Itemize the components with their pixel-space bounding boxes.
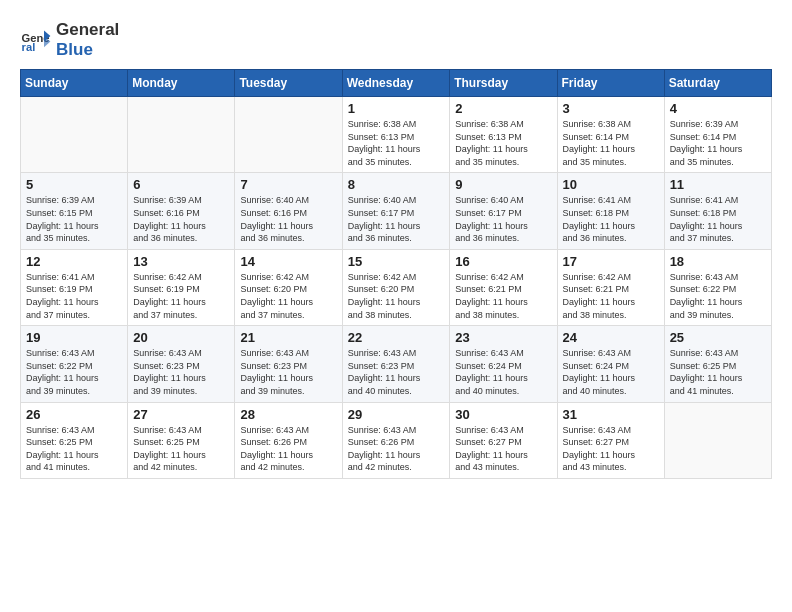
calendar-cell: 4Sunrise: 6:39 AM Sunset: 6:14 PM Daylig… xyxy=(664,97,771,173)
day-info: Sunrise: 6:43 AM Sunset: 6:24 PM Dayligh… xyxy=(455,347,551,397)
day-number: 20 xyxy=(133,330,229,345)
calendar-cell: 10Sunrise: 6:41 AM Sunset: 6:18 PM Dayli… xyxy=(557,173,664,249)
svg-text:ral: ral xyxy=(22,41,36,53)
day-number: 10 xyxy=(563,177,659,192)
calendar-day-header: Thursday xyxy=(450,70,557,97)
day-number: 1 xyxy=(348,101,445,116)
calendar-week-row: 5Sunrise: 6:39 AM Sunset: 6:15 PM Daylig… xyxy=(21,173,772,249)
day-info: Sunrise: 6:43 AM Sunset: 6:27 PM Dayligh… xyxy=(455,424,551,474)
calendar-cell xyxy=(664,402,771,478)
day-number: 19 xyxy=(26,330,122,345)
day-info: Sunrise: 6:39 AM Sunset: 6:16 PM Dayligh… xyxy=(133,194,229,244)
calendar-cell xyxy=(21,97,128,173)
day-info: Sunrise: 6:42 AM Sunset: 6:20 PM Dayligh… xyxy=(348,271,445,321)
day-info: Sunrise: 6:43 AM Sunset: 6:25 PM Dayligh… xyxy=(26,424,122,474)
calendar-cell: 1Sunrise: 6:38 AM Sunset: 6:13 PM Daylig… xyxy=(342,97,450,173)
calendar-cell: 28Sunrise: 6:43 AM Sunset: 6:26 PM Dayli… xyxy=(235,402,342,478)
calendar-cell: 23Sunrise: 6:43 AM Sunset: 6:24 PM Dayli… xyxy=(450,326,557,402)
calendar-cell: 17Sunrise: 6:42 AM Sunset: 6:21 PM Dayli… xyxy=(557,249,664,325)
calendar-cell: 15Sunrise: 6:42 AM Sunset: 6:20 PM Dayli… xyxy=(342,249,450,325)
calendar-week-row: 12Sunrise: 6:41 AM Sunset: 6:19 PM Dayli… xyxy=(21,249,772,325)
day-number: 16 xyxy=(455,254,551,269)
day-info: Sunrise: 6:41 AM Sunset: 6:18 PM Dayligh… xyxy=(670,194,766,244)
day-info: Sunrise: 6:42 AM Sunset: 6:21 PM Dayligh… xyxy=(563,271,659,321)
calendar-table: SundayMondayTuesdayWednesdayThursdayFrid… xyxy=(20,69,772,479)
calendar-body: 1Sunrise: 6:38 AM Sunset: 6:13 PM Daylig… xyxy=(21,97,772,479)
day-info: Sunrise: 6:43 AM Sunset: 6:22 PM Dayligh… xyxy=(670,271,766,321)
calendar-cell: 2Sunrise: 6:38 AM Sunset: 6:13 PM Daylig… xyxy=(450,97,557,173)
day-number: 31 xyxy=(563,407,659,422)
calendar-cell: 16Sunrise: 6:42 AM Sunset: 6:21 PM Dayli… xyxy=(450,249,557,325)
calendar-cell: 25Sunrise: 6:43 AM Sunset: 6:25 PM Dayli… xyxy=(664,326,771,402)
day-number: 8 xyxy=(348,177,445,192)
day-info: Sunrise: 6:40 AM Sunset: 6:17 PM Dayligh… xyxy=(455,194,551,244)
day-info: Sunrise: 6:38 AM Sunset: 6:13 PM Dayligh… xyxy=(348,118,445,168)
calendar-week-row: 26Sunrise: 6:43 AM Sunset: 6:25 PM Dayli… xyxy=(21,402,772,478)
day-info: Sunrise: 6:41 AM Sunset: 6:19 PM Dayligh… xyxy=(26,271,122,321)
day-number: 3 xyxy=(563,101,659,116)
calendar-cell: 14Sunrise: 6:42 AM Sunset: 6:20 PM Dayli… xyxy=(235,249,342,325)
day-number: 23 xyxy=(455,330,551,345)
day-info: Sunrise: 6:39 AM Sunset: 6:15 PM Dayligh… xyxy=(26,194,122,244)
day-info: Sunrise: 6:43 AM Sunset: 6:27 PM Dayligh… xyxy=(563,424,659,474)
day-number: 24 xyxy=(563,330,659,345)
calendar-cell: 3Sunrise: 6:38 AM Sunset: 6:14 PM Daylig… xyxy=(557,97,664,173)
day-info: Sunrise: 6:43 AM Sunset: 6:25 PM Dayligh… xyxy=(133,424,229,474)
day-number: 28 xyxy=(240,407,336,422)
calendar-week-row: 19Sunrise: 6:43 AM Sunset: 6:22 PM Dayli… xyxy=(21,326,772,402)
day-info: Sunrise: 6:43 AM Sunset: 6:24 PM Dayligh… xyxy=(563,347,659,397)
day-info: Sunrise: 6:42 AM Sunset: 6:21 PM Dayligh… xyxy=(455,271,551,321)
day-number: 7 xyxy=(240,177,336,192)
day-number: 13 xyxy=(133,254,229,269)
day-number: 5 xyxy=(26,177,122,192)
calendar-day-header: Tuesday xyxy=(235,70,342,97)
calendar-day-header: Saturday xyxy=(664,70,771,97)
day-number: 9 xyxy=(455,177,551,192)
calendar-cell: 30Sunrise: 6:43 AM Sunset: 6:27 PM Dayli… xyxy=(450,402,557,478)
day-info: Sunrise: 6:43 AM Sunset: 6:23 PM Dayligh… xyxy=(348,347,445,397)
calendar-cell: 8Sunrise: 6:40 AM Sunset: 6:17 PM Daylig… xyxy=(342,173,450,249)
logo-text-blue: Blue xyxy=(56,40,119,60)
calendar-week-row: 1Sunrise: 6:38 AM Sunset: 6:13 PM Daylig… xyxy=(21,97,772,173)
day-number: 17 xyxy=(563,254,659,269)
day-number: 25 xyxy=(670,330,766,345)
day-number: 30 xyxy=(455,407,551,422)
day-number: 6 xyxy=(133,177,229,192)
day-number: 29 xyxy=(348,407,445,422)
logo-text-general: General xyxy=(56,20,119,40)
calendar-cell: 13Sunrise: 6:42 AM Sunset: 6:19 PM Dayli… xyxy=(128,249,235,325)
day-number: 15 xyxy=(348,254,445,269)
day-number: 18 xyxy=(670,254,766,269)
calendar-cell: 18Sunrise: 6:43 AM Sunset: 6:22 PM Dayli… xyxy=(664,249,771,325)
day-info: Sunrise: 6:38 AM Sunset: 6:14 PM Dayligh… xyxy=(563,118,659,168)
calendar-cell: 12Sunrise: 6:41 AM Sunset: 6:19 PM Dayli… xyxy=(21,249,128,325)
calendar-cell: 24Sunrise: 6:43 AM Sunset: 6:24 PM Dayli… xyxy=(557,326,664,402)
calendar-cell: 27Sunrise: 6:43 AM Sunset: 6:25 PM Dayli… xyxy=(128,402,235,478)
day-number: 27 xyxy=(133,407,229,422)
calendar-day-header: Sunday xyxy=(21,70,128,97)
day-info: Sunrise: 6:43 AM Sunset: 6:25 PM Dayligh… xyxy=(670,347,766,397)
day-number: 11 xyxy=(670,177,766,192)
day-info: Sunrise: 6:40 AM Sunset: 6:17 PM Dayligh… xyxy=(348,194,445,244)
day-info: Sunrise: 6:40 AM Sunset: 6:16 PM Dayligh… xyxy=(240,194,336,244)
calendar-cell: 22Sunrise: 6:43 AM Sunset: 6:23 PM Dayli… xyxy=(342,326,450,402)
calendar-day-header: Monday xyxy=(128,70,235,97)
day-info: Sunrise: 6:41 AM Sunset: 6:18 PM Dayligh… xyxy=(563,194,659,244)
calendar-day-header: Friday xyxy=(557,70,664,97)
logo: Gene ral General Blue xyxy=(20,20,119,59)
day-info: Sunrise: 6:42 AM Sunset: 6:20 PM Dayligh… xyxy=(240,271,336,321)
calendar-day-header: Wednesday xyxy=(342,70,450,97)
day-number: 2 xyxy=(455,101,551,116)
calendar-cell xyxy=(235,97,342,173)
day-number: 26 xyxy=(26,407,122,422)
day-info: Sunrise: 6:43 AM Sunset: 6:23 PM Dayligh… xyxy=(240,347,336,397)
day-number: 14 xyxy=(240,254,336,269)
calendar-cell: 5Sunrise: 6:39 AM Sunset: 6:15 PM Daylig… xyxy=(21,173,128,249)
calendar-cell: 20Sunrise: 6:43 AM Sunset: 6:23 PM Dayli… xyxy=(128,326,235,402)
calendar-cell: 9Sunrise: 6:40 AM Sunset: 6:17 PM Daylig… xyxy=(450,173,557,249)
day-info: Sunrise: 6:42 AM Sunset: 6:19 PM Dayligh… xyxy=(133,271,229,321)
day-info: Sunrise: 6:43 AM Sunset: 6:23 PM Dayligh… xyxy=(133,347,229,397)
calendar-cell: 29Sunrise: 6:43 AM Sunset: 6:26 PM Dayli… xyxy=(342,402,450,478)
day-number: 21 xyxy=(240,330,336,345)
calendar-cell: 31Sunrise: 6:43 AM Sunset: 6:27 PM Dayli… xyxy=(557,402,664,478)
